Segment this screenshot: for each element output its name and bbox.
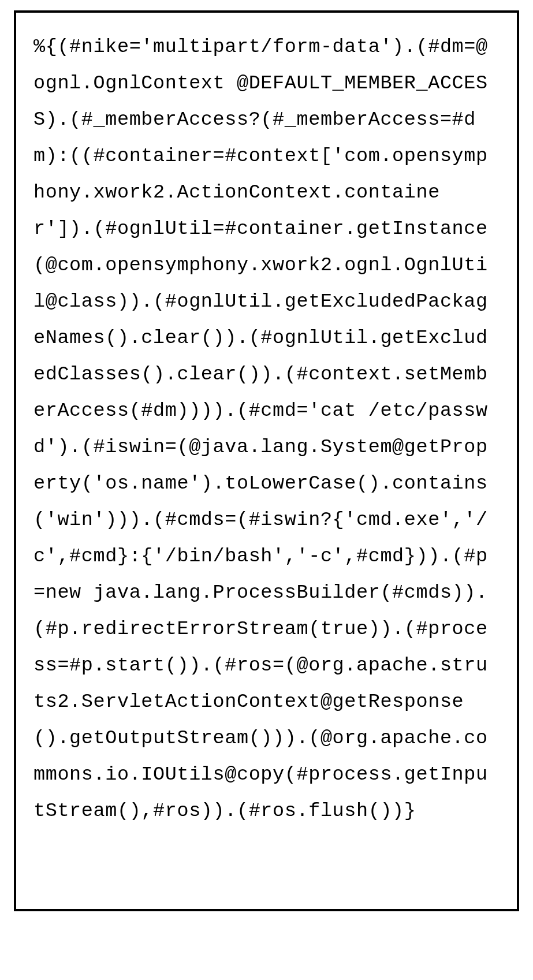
code-frame: %{(#nike='multipart/form-data').(#dm=@og… bbox=[14, 10, 519, 911]
code-content: %{(#nike='multipart/form-data').(#dm=@og… bbox=[33, 29, 500, 829]
page: %{(#nike='multipart/form-data').(#dm=@og… bbox=[0, 0, 533, 980]
